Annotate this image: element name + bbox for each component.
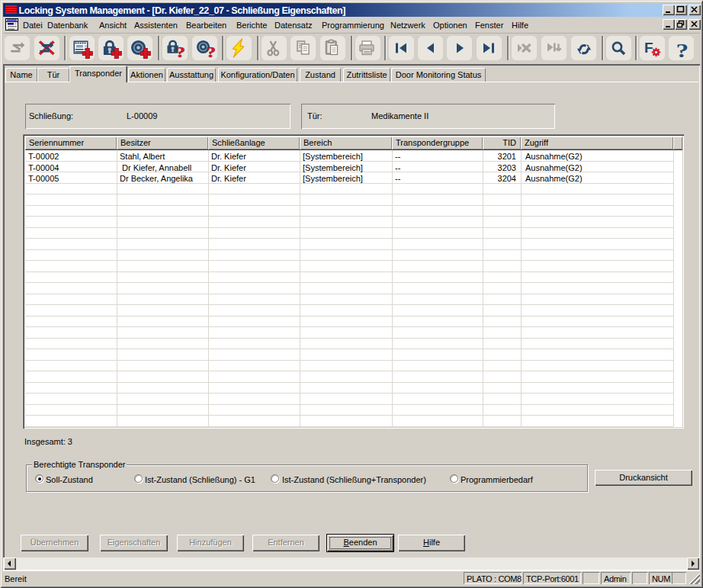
svg-text:?: ?	[206, 44, 216, 60]
svg-text:?: ?	[176, 44, 186, 60]
svg-text:?: ?	[676, 39, 689, 61]
svg-text:F: F	[644, 40, 653, 56]
